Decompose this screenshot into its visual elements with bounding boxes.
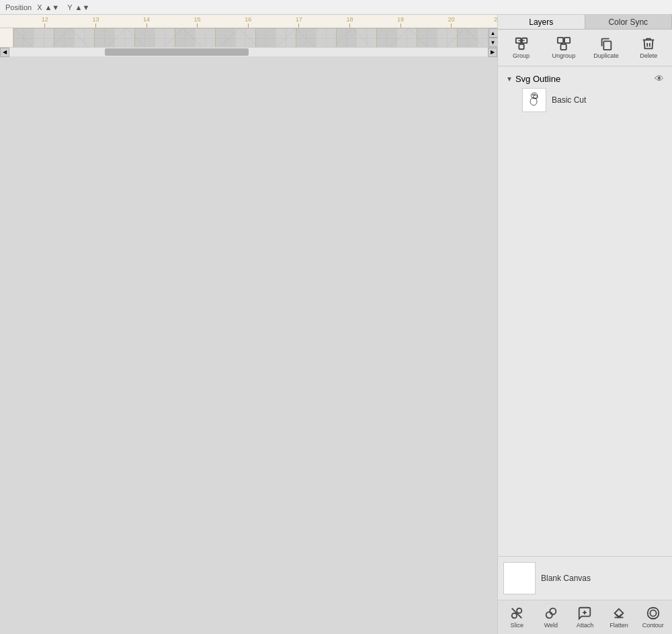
scroll-up-btn[interactable]: ▲: [489, 28, 498, 38]
group-button[interactable]: Group: [501, 34, 542, 62]
svg-rect-32: [519, 44, 523, 49]
bottom-panel-toolbar: Slice Weld Attach: [498, 600, 672, 634]
duplicate-icon: [599, 36, 614, 51]
delete-button[interactable]: Delete: [628, 34, 669, 62]
drawing-canvas[interactable]: [13, 28, 488, 47]
main-layout: 12 13 14 15 16 17 18 19 20 21: [0, 15, 672, 634]
v-scrollbar[interactable]: ▲ ▼: [488, 28, 497, 47]
weld-button[interactable]: Weld: [535, 603, 568, 631]
attach-label: Attach: [577, 622, 594, 629]
svg-rect-38: [560, 44, 566, 50]
diagonal-overlay: [13, 28, 488, 47]
svg-rect-2: [13, 28, 488, 47]
svg-point-49: [550, 608, 556, 615]
y-arrow-up: ▲▼: [75, 3, 90, 11]
svg-rect-36: [558, 38, 563, 43]
ruler-mark-14: 14: [143, 16, 150, 28]
ruler-mark-16: 16: [245, 16, 251, 28]
svg-point-47: [517, 608, 521, 613]
blank-canvas-section: Blank Canvas: [498, 556, 672, 600]
slice-label: Slice: [511, 622, 524, 629]
duplicate-button[interactable]: Duplicate: [586, 34, 627, 62]
ungroup-icon: [556, 36, 571, 51]
grid-overlay: [13, 28, 488, 47]
ruler-mark-17: 17: [296, 16, 302, 28]
contour-icon: [646, 606, 661, 621]
h-scroll-track[interactable]: [9, 48, 488, 56]
ungroup-label: Ungroup: [552, 52, 576, 59]
weld-label: Weld: [544, 622, 558, 629]
group-label: Group: [513, 52, 530, 59]
svg-point-46: [512, 613, 517, 618]
x-arrow-up: ▲▼: [44, 3, 59, 11]
canvas-area: 12 13 14 15 16 17 18 19 20 21: [0, 15, 497, 634]
svg-rect-37: [564, 38, 570, 43]
svg-rect-40: [603, 41, 611, 50]
ruler-mark-21: 21: [494, 16, 497, 28]
contour-label: Contour: [642, 622, 664, 629]
ruler-mark-19: 19: [397, 16, 404, 28]
top-bar: Position X ▲▼ Y ▲▼: [0, 0, 672, 15]
delete-icon: [641, 36, 656, 51]
ungroup-button[interactable]: Ungroup: [543, 34, 584, 62]
ruler-mark-18: 18: [346, 16, 353, 28]
ruler-mark-13: 13: [92, 16, 99, 28]
ruler-left: [0, 28, 13, 47]
svg-point-48: [546, 612, 552, 618]
layer-group-svg-outline: ▼ Svg Outline 👁 Basic Cut: [498, 69, 672, 118]
flatten-icon: [612, 606, 626, 621]
panel-toolbar: Group Ungroup Duplicate: [498, 30, 672, 66]
canvas-with-ruler: ▲ ▼: [0, 28, 497, 47]
x-label: X: [37, 3, 42, 11]
canvas-thumbnail: [503, 562, 536, 594]
flatten-button[interactable]: Flatten: [603, 603, 636, 631]
scroll-down-btn[interactable]: ▼: [489, 38, 498, 47]
duplicate-label: Duplicate: [593, 52, 619, 59]
layer-group-header[interactable]: ▼ Svg Outline 👁: [503, 72, 667, 85]
ruler-top: 12 13 14 15 16 17 18 19 20 21: [0, 15, 497, 28]
ruler-mark-20: 20: [448, 16, 455, 28]
svg-point-45: [530, 97, 537, 105]
delete-label: Delete: [640, 52, 657, 59]
right-panel: Layers Color Sync Group: [497, 15, 672, 634]
scroll-left-btn[interactable]: ◀: [0, 48, 9, 57]
svg-point-44: [534, 94, 536, 95]
y-label: Y: [67, 3, 72, 11]
layer-group-name: Svg Outline: [515, 74, 560, 84]
slice-icon: [509, 606, 524, 621]
contour-button[interactable]: Contour: [636, 603, 669, 631]
chevron-down-icon: ▼: [506, 75, 513, 83]
eye-icon[interactable]: 👁: [655, 73, 664, 84]
scroll-right-btn[interactable]: ▶: [488, 48, 497, 57]
position-label: Position: [5, 3, 32, 11]
layer-item-basic-cut[interactable]: Basic Cut: [503, 85, 667, 115]
layer-section: ▼ Svg Outline 👁 Basic Cut: [498, 66, 672, 556]
group-icon: [514, 36, 529, 51]
svg-point-43: [532, 94, 534, 95]
tab-layers[interactable]: Layers: [498, 15, 585, 29]
layer-thumbnail: [522, 88, 546, 112]
attach-button[interactable]: Attach: [569, 603, 601, 631]
ruler-mark-15: 15: [194, 16, 201, 28]
h-scrollbar[interactable]: ◀ ▶: [0, 47, 497, 56]
attach-icon: [577, 606, 592, 621]
flatten-label: Flatten: [610, 622, 628, 629]
layer-item-label: Basic Cut: [552, 95, 586, 105]
weld-icon: [544, 606, 558, 621]
slice-button[interactable]: Slice: [501, 603, 534, 631]
h-scroll-thumb[interactable]: [105, 48, 249, 56]
tab-color-sync[interactable]: Color Sync: [585, 15, 673, 29]
canvas-label: Blank Canvas: [541, 574, 591, 583]
ruler-mark-12: 12: [42, 16, 48, 28]
tab-bar: Layers Color Sync: [498, 15, 672, 30]
